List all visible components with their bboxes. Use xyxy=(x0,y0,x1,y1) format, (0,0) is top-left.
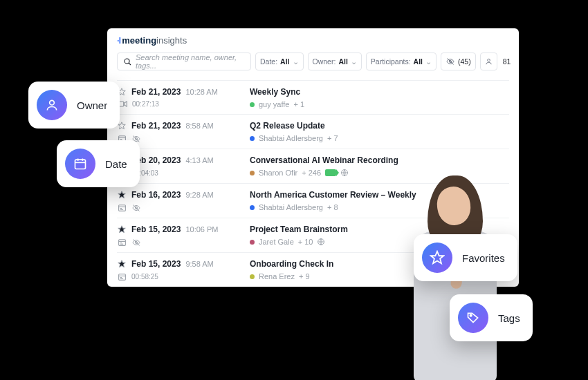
globe-icon xyxy=(340,169,349,177)
calendar-icon xyxy=(65,149,95,179)
chevron-down-icon: ⌄ xyxy=(293,57,299,66)
svg-line-1 xyxy=(129,63,131,65)
svg-rect-42 xyxy=(75,160,86,169)
participant-count: + 8 xyxy=(327,203,338,211)
participant-count: + 1 xyxy=(293,100,304,108)
callout-tags: Tags xyxy=(450,294,533,341)
meeting-row[interactable]: Feb 21, 2023 10:28 AM 00:27:13 Weekly Sy… xyxy=(117,80,509,114)
search-placeholder: Search meeting name, owner, tags... xyxy=(136,53,245,70)
meeting-date: Feb 16, 2023 xyxy=(131,190,181,200)
svg-point-41 xyxy=(50,100,55,105)
eye-off-icon xyxy=(131,204,141,212)
search-icon xyxy=(123,57,131,66)
row-left: Feb 16, 2023 9:28 AM xyxy=(117,190,250,212)
row-left: Feb 21, 2023 8:58 AM xyxy=(117,121,250,143)
meeting-time: 10:28 AM xyxy=(185,88,217,96)
notes-icon xyxy=(118,238,127,247)
filter-bar: Search meeting name, owner, tags... Date… xyxy=(117,53,509,70)
owner-dot-icon xyxy=(250,102,255,107)
filter-participants[interactable]: Participants:All⌄ xyxy=(366,53,437,70)
meeting-date: Feb 21, 2023 xyxy=(131,87,181,97)
tag-chip-icon xyxy=(325,169,336,176)
favorite-star-icon[interactable] xyxy=(117,190,127,200)
brand-mark-icon: ·l xyxy=(117,35,120,46)
chevron-down-icon: ⌄ xyxy=(425,57,432,66)
notes-icon xyxy=(118,272,127,281)
globe-icon xyxy=(317,238,325,246)
owner-name: Shabtai Adlersberg xyxy=(259,134,323,142)
filter-owner[interactable]: Owner:All⌄ xyxy=(308,53,362,70)
callout-date: Date xyxy=(57,140,140,187)
search-input[interactable]: Search meeting name, owner, tags... xyxy=(117,53,251,70)
owner-name: Sharon Ofir xyxy=(259,169,297,177)
chevron-down-icon: ⌄ xyxy=(351,57,357,66)
meeting-time: 9:28 AM xyxy=(185,191,213,199)
meeting-date: Feb 15, 2023 xyxy=(131,259,181,269)
meeting-duration: 00:58:25 xyxy=(131,273,158,281)
owner-name: Rena Erez xyxy=(259,272,295,281)
eye-off-icon xyxy=(445,57,455,66)
svg-marker-36 xyxy=(118,260,126,267)
svg-point-4 xyxy=(487,59,490,61)
svg-rect-37 xyxy=(119,274,126,281)
svg-point-0 xyxy=(125,59,129,64)
meeting-date: Feb 15, 2023 xyxy=(131,225,181,234)
user-icon xyxy=(37,90,67,120)
participant-count: + 9 xyxy=(299,272,310,281)
meeting-title: Q2 Release Update xyxy=(250,121,509,131)
participant-count: + 10 xyxy=(298,238,313,246)
participant-count: + 7 xyxy=(327,134,338,142)
meeting-row[interactable]: Feb 21, 2023 8:58 AM Q2 Release Update S… xyxy=(117,114,509,149)
meeting-time: 8:58 AM xyxy=(185,122,213,130)
favorite-star-icon[interactable] xyxy=(117,259,127,269)
svg-rect-22 xyxy=(119,205,126,211)
owner-dot-icon xyxy=(250,274,255,279)
row-left: Feb 15, 2023 9:58 AM 00:58:25 xyxy=(117,259,250,281)
meeting-date: Feb 21, 2023 xyxy=(131,121,181,131)
user-icon xyxy=(485,57,493,66)
svg-marker-21 xyxy=(118,191,126,198)
filter-total: 81 xyxy=(502,53,513,70)
svg-marker-8 xyxy=(118,122,126,129)
eye-off-icon xyxy=(131,238,141,247)
row-right: Q2 Release Update Shabtai Adlersberg + 7 xyxy=(250,121,509,143)
owner-name: guy yaffe xyxy=(259,100,289,108)
owner-name: Shabtai Adlersberg xyxy=(259,203,323,211)
meeting-title: Weekly Sync xyxy=(250,87,509,97)
row-left: Feb 21, 2023 10:28 AM 00:27:13 xyxy=(117,87,250,108)
notes-icon xyxy=(118,203,127,212)
meeting-duration: 00:27:13 xyxy=(132,100,159,108)
owner-dot-icon xyxy=(250,171,255,175)
svg-rect-29 xyxy=(119,240,126,246)
row-right: Weekly Sync guy yaffe + 1 xyxy=(250,87,509,108)
svg-marker-7 xyxy=(125,102,127,106)
owner-dot-icon xyxy=(250,205,255,210)
filter-date[interactable]: Date:All⌄ xyxy=(255,53,304,70)
svg-marker-46 xyxy=(431,251,443,263)
tag-icon xyxy=(458,303,488,333)
meeting-title: Conversational AI Webinar Recording xyxy=(250,155,509,165)
participant-count: + 246 xyxy=(302,169,321,177)
filter-people[interactable] xyxy=(480,53,497,70)
meeting-time: 10:06 PM xyxy=(185,225,218,234)
row-right: Conversational AI Webinar Recording Shar… xyxy=(250,155,509,178)
star-icon xyxy=(422,243,452,273)
favorite-star-icon[interactable] xyxy=(117,225,127,234)
owner-dot-icon xyxy=(250,136,255,141)
owner-dot-icon xyxy=(250,240,255,245)
svg-marker-28 xyxy=(118,226,126,233)
owner-name: Jaret Gale xyxy=(259,238,294,246)
svg-point-47 xyxy=(470,314,472,316)
meeting-time: 9:58 AM xyxy=(185,260,213,268)
callout-owner: Owner xyxy=(28,82,120,129)
callout-favorites: Favorites xyxy=(414,234,517,281)
row-left: Feb 15, 2023 10:06 PM xyxy=(117,225,250,247)
filter-hidden[interactable]: (45) xyxy=(441,53,476,70)
meeting-time: 4:13 AM xyxy=(185,156,213,164)
brand-logo: ·lmeetinginsights xyxy=(117,35,509,46)
